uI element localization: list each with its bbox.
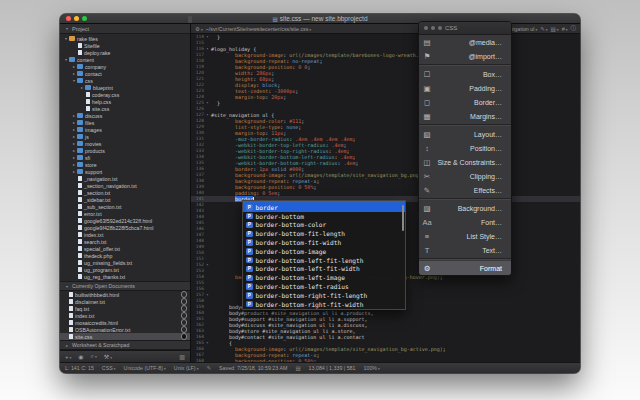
open-document-row[interactable]: OSBAutomationError.txt — [60, 326, 190, 333]
tree-item[interactable]: ▸images — [60, 126, 190, 133]
palette-item-position[interactable]: ↕Position… — [419, 141, 511, 155]
open-document-row[interactable]: builtwithbbedit.html — [60, 291, 190, 298]
autocomplete-item[interactable]: Pborder-bottom-right-fit-width — [243, 300, 405, 309]
search-icon[interactable]: ⌕▾ — [91, 353, 97, 360]
language-popup[interactable]: CSS▾ — [102, 365, 116, 371]
tree-item[interactable]: ▸sfi — [60, 154, 190, 161]
info-icon[interactable]: ⓘ — [571, 25, 577, 32]
tree-item[interactable]: ▸contact — [60, 70, 190, 77]
palette-item-effects[interactable]: ✎Effects… — [419, 183, 511, 197]
tree-item[interactable]: _sub_section.txt — [60, 203, 190, 210]
autocomplete-item[interactable]: Pborder-bottom-right-fit-length — [243, 291, 405, 300]
palette-item-margins[interactable]: ▦Margins… — [419, 109, 511, 123]
tree-item[interactable]: ug_missing_fields.txt — [60, 259, 190, 266]
tree-item[interactable]: ug_program.txt — [60, 266, 190, 273]
open-documents-header[interactable]: ▾ Currently Open Documents — [60, 281, 190, 291]
open-document-row[interactable]: index.txt — [60, 312, 190, 319]
tree-item[interactable]: ▸movies — [60, 140, 190, 147]
palette-item-text[interactable]: TText… — [419, 243, 511, 257]
autocomplete-item[interactable]: Pborder-bottom-image — [243, 247, 405, 256]
close-document-icon[interactable] — [181, 326, 188, 333]
autocomplete-item[interactable]: Pborder-bottom-left-image — [243, 273, 405, 282]
tree-item[interactable]: ▾content — [60, 56, 190, 63]
autocomplete-item[interactable]: Pborder-bottom-left-fit-width — [243, 265, 405, 274]
close-document-icon[interactable] — [181, 298, 188, 305]
tree-item[interactable]: special_offer.txt — [60, 245, 190, 252]
close-document-icon[interactable] — [181, 305, 188, 312]
palette-item-clipping[interactable]: ✂Clipping… — [419, 169, 511, 183]
palette-item-background[interactable]: ▨Background… — [419, 201, 511, 215]
palette-item-box[interactable]: ☐Box… — [419, 67, 511, 81]
marker-icon[interactable]: #▾ — [562, 26, 568, 32]
tree-item[interactable]: coderay.css — [60, 91, 190, 98]
tree-item[interactable]: _sidebar.txt — [60, 196, 190, 203]
pencil-icon[interactable]: ✎▾ — [540, 26, 547, 32]
book-icon[interactable]: ▤▾ — [551, 26, 559, 32]
palette-item-list-style[interactable]: ≡List Style… — [419, 229, 511, 243]
file-path-popup[interactable]: ~/svr/CurrentSite/newsitecenter/css/site… — [206, 26, 311, 32]
autocomplete-item[interactable]: Pborder — [243, 203, 405, 212]
code-area[interactable]: 114▾ }115 116▾#logo_holiday {117 backgro… — [191, 34, 580, 362]
palette-item-font[interactable]: AaFont… — [419, 215, 511, 229]
autocomplete-item[interactable]: Pborder-bottom-fit-width — [243, 238, 405, 247]
tree-item[interactable]: error.txt — [60, 210, 190, 217]
tree-item[interactable]: ▸files — [60, 119, 190, 126]
tree-item[interactable]: site.css — [60, 105, 190, 112]
actions-icon[interactable]: ◉ — [78, 353, 83, 360]
code-line[interactable]: 168 background-position: 0 50%; — [191, 358, 580, 362]
palette-close-button[interactable] — [424, 26, 428, 30]
autocomplete-item[interactable]: Pborder-bottom — [243, 212, 405, 221]
worksheet-header[interactable]: ▸ Worksheet & Scratchpad — [60, 340, 190, 350]
tree-item[interactable]: ug_reg_thanks.txt — [60, 273, 190, 280]
open-document-row[interactable]: disclaimer.txt — [60, 298, 190, 305]
autocomplete-item[interactable]: Pborder-bottom-color — [243, 221, 405, 230]
tree-item[interactable]: ▾css — [60, 77, 190, 84]
sidebar-toggle-icon[interactable]: ▥ — [179, 353, 185, 360]
tree-item[interactable]: thedeck.php — [60, 252, 190, 259]
autocomplete-scrollbar[interactable] — [402, 205, 405, 231]
tree-item[interactable]: _section_navigation.txt — [60, 182, 190, 189]
disclosure-triangle-icon[interactable]: ▾ — [64, 26, 70, 31]
tree-item[interactable]: index.txt — [60, 231, 190, 238]
zoom-popup[interactable]: 100%▾ — [364, 365, 380, 371]
tree-item[interactable]: ▸store — [60, 161, 190, 168]
palette-item-padding[interactable]: ▣Padding… — [419, 81, 511, 95]
tree-item[interactable]: help.css — [60, 98, 190, 105]
palette-item-format[interactable]: ⚙Format — [419, 261, 511, 275]
pencil-icon[interactable]: ✎ — [206, 365, 211, 371]
disclosure-triangle-icon[interactable]: ▾ — [64, 284, 70, 289]
tree-item[interactable]: ▸company — [60, 63, 190, 70]
tree-item[interactable]: deploy.rake — [60, 49, 190, 56]
close-document-icon[interactable] — [181, 312, 188, 319]
open-document-row[interactable]: site.css — [60, 333, 190, 340]
build-icon[interactable]: ⚒▾ — [104, 353, 112, 360]
autocomplete-item[interactable]: Pborder-bottom-left-radius — [243, 282, 405, 291]
close-document-icon[interactable] — [181, 333, 188, 340]
tree-item[interactable]: ▸blueprint — [60, 84, 190, 91]
tree-item[interactable]: ▸products — [60, 147, 190, 154]
autocomplete-item[interactable]: Pborder-bottom-left-fit-length — [243, 256, 405, 265]
tree-item[interactable]: ▸js — [60, 133, 190, 140]
line-endings-popup[interactable]: Unix (LF)▾ — [174, 365, 199, 371]
project-header[interactable]: ▾ Project — [60, 24, 190, 34]
close-document-icon[interactable] — [181, 291, 188, 298]
open-document-row[interactable]: faq.txt — [60, 305, 190, 312]
palette-item-size-constraints[interactable]: ◫Size & Constraints… — [419, 155, 511, 169]
autocomplete-item[interactable]: Pborder-bottom-fit-length — [243, 229, 405, 238]
tree-item[interactable]: ▸support — [60, 168, 190, 175]
palette-item-media-doc[interactable]: ▤@media… — [419, 35, 511, 49]
tree-item[interactable]: google9f428b228f5cbca7.html — [60, 224, 190, 231]
gear-icon[interactable]: ⚙▾ — [195, 26, 203, 32]
tree-item[interactable]: _section.txt — [60, 189, 190, 196]
open-document-row[interactable]: mosaiccredits.html — [60, 319, 190, 326]
splitter-grip[interactable] — [188, 16, 192, 23]
disclosure-triangle-icon[interactable]: ▸ — [64, 343, 70, 348]
tree-item[interactable]: google63f592ed214c32ff.html — [60, 217, 190, 224]
tree-item[interactable]: ▸discuss — [60, 112, 190, 119]
close-document-icon[interactable] — [181, 319, 188, 326]
palette-item-import-flag[interactable]: ⚑@import… — [419, 49, 511, 63]
tree-item[interactable]: Sitefile — [60, 42, 190, 49]
tree-item[interactable]: ▾rake files — [60, 35, 190, 42]
palette-item-layout[interactable]: ▧Layout… — [419, 127, 511, 141]
palette-item-border[interactable]: ◻Border… — [419, 95, 511, 109]
